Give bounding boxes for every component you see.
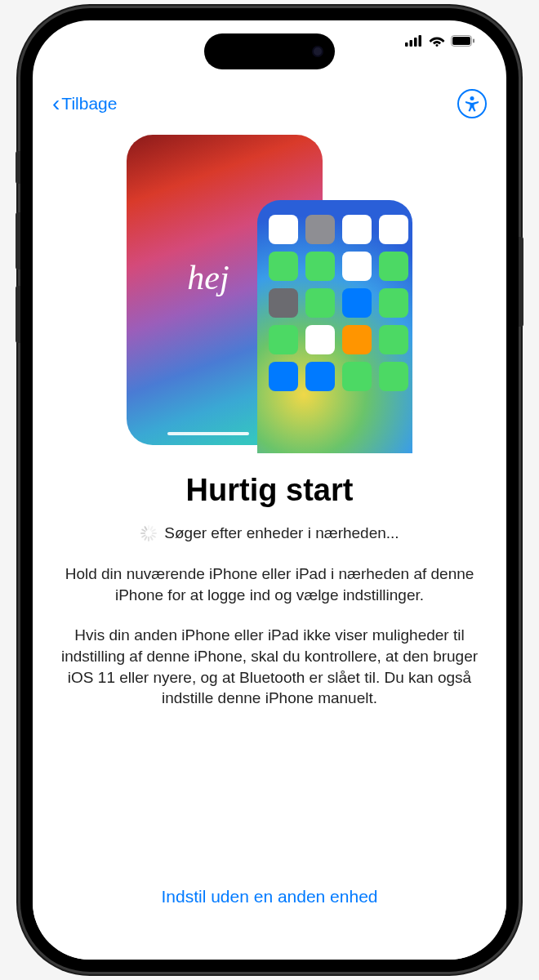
- svg-rect-6: [452, 37, 470, 45]
- svg-point-4: [436, 44, 439, 47]
- svg-rect-7: [473, 39, 474, 43]
- illustration-app-icon: [342, 215, 372, 244]
- back-button[interactable]: ‹ Tilbage: [52, 91, 117, 117]
- illustration-new-device: [257, 200, 412, 453]
- illustration-app-icon: [342, 288, 372, 318]
- front-camera: [312, 46, 323, 57]
- volume-down-button: [16, 286, 20, 343]
- illustration-app-icon: [379, 362, 408, 391]
- hero-illustration: hej: [33, 127, 506, 453]
- setup-without-device-button[interactable]: Indstil uden en anden enhed: [33, 887, 506, 906]
- illustration-app-icon: [379, 325, 408, 354]
- greeting-text: hej: [187, 258, 229, 297]
- instruction-paragraph-1: Hold din nuværende iPhone eller iPad i n…: [57, 564, 482, 605]
- illustration-app-icon: [379, 215, 408, 244]
- battery-icon: [451, 35, 475, 47]
- illustration-app-icon: [305, 325, 335, 354]
- illustration-app-icon: [342, 252, 372, 281]
- searching-row: Søger efter enheder i nærheden...: [57, 524, 482, 542]
- illustration-app-icon: [342, 362, 372, 391]
- nav-bar: ‹ Tilbage: [33, 89, 506, 118]
- home-indicator: [167, 432, 249, 435]
- device-frame: ‹ Tilbage hej Hurtig start: [20, 8, 519, 972]
- chevron-left-icon: ‹: [52, 91, 60, 117]
- wifi-icon: [429, 35, 445, 47]
- illustration-app-icon: [305, 252, 335, 281]
- illustration-app-grid: [269, 215, 401, 391]
- svg-rect-1: [410, 40, 413, 47]
- svg-rect-3: [419, 35, 422, 47]
- accessibility-button[interactable]: [457, 89, 487, 118]
- instruction-paragraph-2: Hvis din anden iPhone eller iPad ikke vi…: [57, 625, 482, 709]
- content-panel: Hurtig start Søger efter enheder i nærhe…: [33, 445, 506, 960]
- illustration-app-icon: [269, 252, 298, 281]
- illustration-app-icon: [305, 215, 335, 244]
- svg-rect-2: [414, 38, 417, 47]
- mute-switch: [16, 151, 20, 184]
- illustration-app-icon: [379, 252, 408, 281]
- power-button: [519, 237, 523, 327]
- cellular-signal-icon: [405, 35, 423, 47]
- illustration-app-icon: [269, 325, 298, 354]
- illustration-app-icon: [305, 362, 335, 391]
- screen: ‹ Tilbage hej Hurtig start: [33, 20, 506, 960]
- illustration-app-icon: [342, 325, 372, 354]
- accessibility-icon: [463, 95, 481, 113]
- illustration-app-icon: [269, 288, 298, 318]
- illustration-app-icon: [379, 288, 408, 318]
- volume-up-button: [16, 212, 20, 270]
- dynamic-island: [204, 33, 335, 69]
- illustration-app-icon: [305, 288, 335, 318]
- illustration-app-icon: [269, 215, 298, 244]
- svg-point-8: [470, 96, 474, 100]
- illustration-app-icon: [269, 362, 298, 391]
- back-label: Tilbage: [61, 94, 117, 114]
- spinner-icon: [140, 525, 156, 541]
- searching-text: Søger efter enheder i nærheden...: [164, 524, 399, 542]
- svg-rect-0: [405, 42, 408, 47]
- status-bar: [405, 35, 475, 47]
- page-title: Hurtig start: [57, 473, 482, 508]
